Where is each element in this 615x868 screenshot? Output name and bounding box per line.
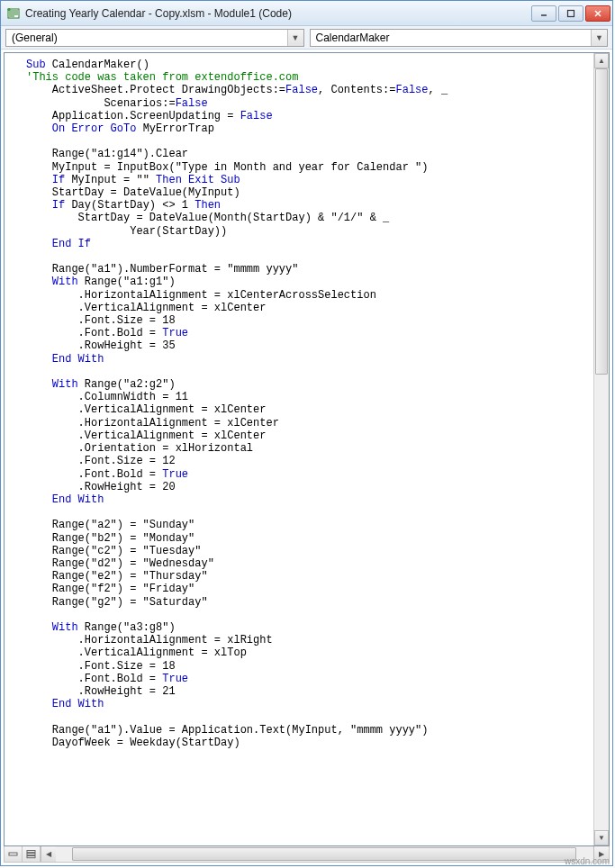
chevron-down-icon: ▼ bbox=[591, 30, 607, 46]
svg-rect-3 bbox=[568, 10, 574, 16]
vertical-scrollbar[interactable]: ▲ ▼ bbox=[593, 53, 609, 845]
app-icon bbox=[6, 6, 21, 21]
chevron-down-icon: ▼ bbox=[287, 30, 303, 46]
horizontal-scroll-track[interactable] bbox=[56, 846, 593, 862]
window-title: Creating Yearly Calendar - Copy.xlsm - M… bbox=[25, 7, 531, 20]
scroll-left-button[interactable]: ◀ bbox=[41, 846, 56, 862]
procedure-dropdown-value: CalendarMaker bbox=[316, 32, 390, 44]
full-module-view-button[interactable] bbox=[23, 846, 41, 862]
title-bar[interactable]: Creating Yearly Calendar - Copy.xlsm - M… bbox=[1, 1, 612, 26]
close-button[interactable] bbox=[585, 5, 610, 22]
svg-rect-6 bbox=[27, 854, 35, 855]
watermark: wsxdn.com bbox=[565, 856, 610, 866]
object-dropdown-value: (General) bbox=[12, 32, 58, 44]
svg-rect-5 bbox=[27, 851, 35, 853]
window-controls bbox=[531, 5, 610, 22]
svg-rect-7 bbox=[27, 856, 35, 858]
minimize-button[interactable] bbox=[531, 5, 556, 22]
object-procedure-bar: (General) ▼ CalendarMaker ▼ bbox=[1, 26, 612, 50]
horizontal-scroll-thumb[interactable] bbox=[72, 847, 576, 861]
svg-rect-4 bbox=[9, 853, 17, 855]
scroll-track[interactable] bbox=[594, 68, 609, 830]
svg-point-1 bbox=[7, 7, 10, 10]
scroll-up-button[interactable]: ▲ bbox=[594, 53, 609, 68]
code-window: Creating Yearly Calendar - Copy.xlsm - M… bbox=[0, 0, 613, 866]
procedure-dropdown[interactable]: CalendarMaker ▼ bbox=[310, 29, 609, 47]
code-editor: Sub CalendarMaker() 'This code was taken… bbox=[4, 52, 610, 846]
object-dropdown[interactable]: (General) ▼ bbox=[5, 29, 304, 47]
code-text[interactable]: Sub CalendarMaker() 'This code was taken… bbox=[5, 53, 593, 845]
maximize-button[interactable] bbox=[558, 5, 583, 22]
scroll-down-button[interactable]: ▼ bbox=[594, 830, 609, 845]
scroll-thumb[interactable] bbox=[595, 68, 608, 375]
bottom-bar: ◀ ▶ bbox=[4, 846, 610, 863]
procedure-view-button[interactable] bbox=[5, 846, 23, 862]
